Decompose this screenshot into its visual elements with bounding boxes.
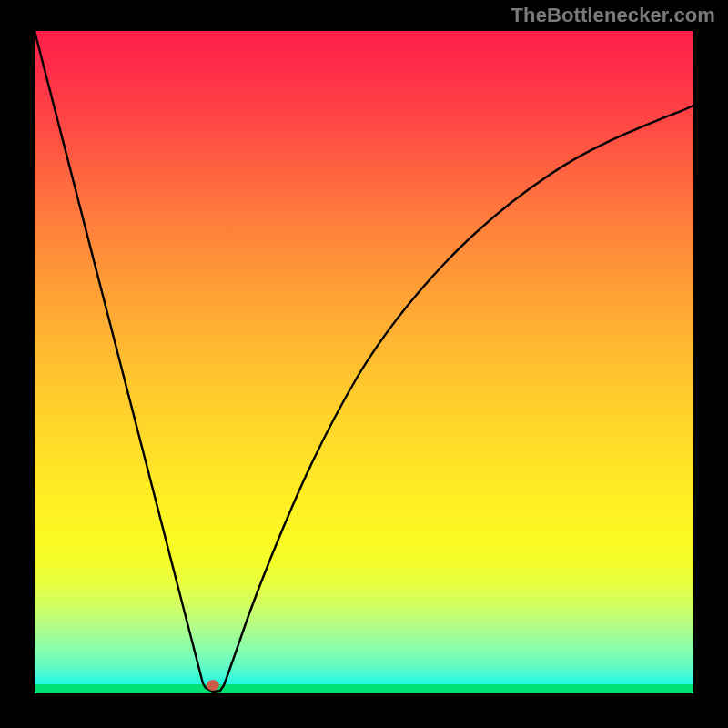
bottleneck-curve [35,31,693,693]
plot-area [35,31,693,693]
chart-frame: TheBottlenecker.com [0,0,728,728]
minimum-marker [207,680,219,691]
watermark-text: TheBottlenecker.com [511,4,715,27]
